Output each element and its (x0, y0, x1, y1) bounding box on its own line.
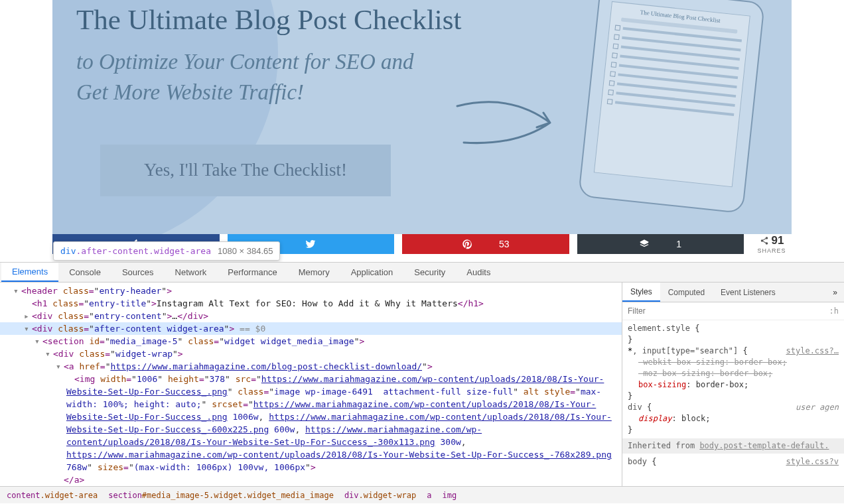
breadcrumb-item[interactable]: a (421, 491, 437, 500)
tab-memory[interactable]: Memory (288, 263, 340, 282)
tab-audits[interactable]: Audits (456, 263, 501, 282)
tab-network[interactable]: Network (165, 263, 218, 282)
webpage-viewport: The Ultimate Blog Post Checklist to Opti… (0, 0, 844, 262)
breadcrumb-item[interactable]: img (437, 491, 462, 500)
sidebar-tab-styles[interactable]: Styles (622, 283, 660, 302)
cta-button[interactable]: Yes, I'll Take The Checklist! (100, 145, 391, 196)
dom-node[interactable]: <section id="media_image-5" class="widge… (0, 335, 622, 347)
shares-label: SHARES (757, 247, 786, 254)
twitter-icon (305, 239, 316, 249)
styles-filter-input[interactable] (622, 302, 824, 320)
dom-node[interactable]: <div class="widget-wrap"> (0, 347, 622, 360)
tab-elements[interactable]: Elements (1, 263, 58, 282)
tooltip-class: .after-content.widget-area (76, 246, 211, 256)
tooltip-tag: div (60, 246, 76, 256)
shares-number: 91 (772, 234, 784, 247)
share-icon (760, 236, 769, 245)
filter-hint: :h (824, 302, 844, 320)
css-property[interactable]: -moz-box-sizing: border-box; (628, 368, 839, 379)
dom-node[interactable]: <h1 class="entry-title">Instagram Alt Te… (0, 297, 622, 310)
filter-row: :h (622, 302, 844, 320)
css-property[interactable]: box-sizing: border-box; (628, 379, 839, 391)
breadcrumb-item[interactable]: section#media_image-5.widget.widget_medi… (103, 491, 339, 500)
tooltip-dimensions: 1080 × 384.65 (218, 246, 273, 256)
share-pinterest-button[interactable]: 53 (402, 234, 569, 254)
total-shares: 91 SHARES (752, 234, 792, 254)
breadcrumb-bar[interactable]: content.widget-areasection#media_image-5… (0, 486, 844, 503)
more-tabs-button[interactable]: » (826, 283, 844, 302)
dom-node[interactable]: <div class="entry-content">…</div> (0, 310, 622, 322)
devtools-tabs: ElementsConsoleSourcesNetworkPerformance… (0, 263, 844, 283)
css-property[interactable]: -webkit-box-sizing: border-box; (628, 357, 839, 368)
styles-sidebar: StylesComputedEvent Listeners» :h elemen… (622, 283, 844, 486)
dom-node[interactable]: <header class="entry-header"> (0, 284, 622, 297)
inherited-from-bar: Inherited from body.post-template-defaul… (622, 438, 844, 454)
tab-sources[interactable]: Sources (111, 263, 165, 282)
tab-application[interactable]: Application (340, 263, 404, 282)
arrow-icon (451, 86, 577, 159)
inspector-tooltip: div.after-content.widget-area 1080 × 384… (53, 241, 280, 261)
css-rule[interactable]: style.css?vbody { (628, 456, 839, 468)
devtools-panel: ElementsConsoleSourcesNetworkPerformance… (0, 262, 844, 503)
tab-security[interactable]: Security (403, 263, 456, 282)
promo-banner: The Ultimate Blog Post Checklist to Opti… (52, 0, 792, 234)
share-buffer-button[interactable]: 1 (577, 234, 744, 254)
dom-node[interactable]: <div class="after-content widget-area"> … (0, 322, 622, 335)
tablet-illustration: The Ultimate Blog Post Checklist (578, 0, 765, 214)
sidebar-tab-event-listeners[interactable]: Event Listeners (713, 283, 784, 302)
buffer-icon (639, 239, 650, 249)
pinterest-icon (462, 239, 472, 249)
banner-title: The Ultimate Blog Post Checklist (76, 3, 514, 37)
sidebar-tab-computed[interactable]: Computed (660, 283, 713, 302)
tab-performance[interactable]: Performance (217, 263, 287, 282)
dom-node-img[interactable]: <img width="1006" height="378" src="http… (0, 373, 622, 473)
dom-node[interactable]: <a href="https://www.mariahmagazine.com/… (0, 360, 622, 373)
pinterest-count: 53 (499, 239, 510, 249)
elements-tree[interactable]: <header class="entry-header"><h1 class="… (0, 283, 622, 486)
breadcrumb-item[interactable]: content.widget-area (1, 491, 103, 500)
css-rule[interactable]: element.style { (628, 323, 839, 334)
banner-subtitle: to Optimize Your Content for SEO and Get… (76, 46, 514, 107)
sidebar-tabs: StylesComputedEvent Listeners» (622, 283, 844, 302)
buffer-count: 1 (676, 239, 681, 249)
css-rule[interactable]: style.css?…*, input[type="search"] { (628, 346, 839, 357)
tab-console[interactable]: Console (58, 263, 111, 282)
breadcrumb-item[interactable]: div.widget-wrap (339, 491, 421, 500)
dom-node[interactable]: </a> (0, 473, 622, 486)
styles-body[interactable]: element.style {}style.css?…*, input[type… (622, 320, 844, 486)
css-rule[interactable]: user agendiv { (628, 402, 839, 413)
css-property[interactable]: display: block; (628, 413, 839, 424)
